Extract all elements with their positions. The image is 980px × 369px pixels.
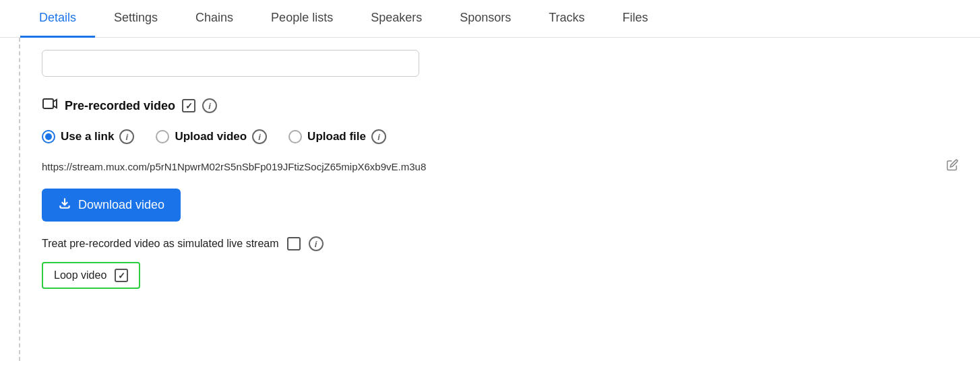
download-video-button[interactable]: Download video [42,189,181,222]
loop-video-checkbox[interactable] [115,269,128,282]
upload-video-radio[interactable] [156,130,169,143]
loop-video-box: Loop video [42,262,140,289]
upload-video-info-icon[interactable]: i [252,129,267,144]
tab-tracks[interactable]: Tracks [530,0,603,38]
tab-details[interactable]: Details [20,0,95,38]
tab-people-lists[interactable]: People lists [252,0,352,38]
search-bar[interactable] [42,50,419,77]
svg-rect-0 [43,99,53,108]
upload-video-label: Upload video [175,130,247,143]
simulated-live-info-icon[interactable]: i [309,236,324,251]
edit-url-icon[interactable] [946,159,958,174]
use-link-info-icon[interactable]: i [119,129,134,144]
tab-chains[interactable]: Chains [177,0,252,38]
simulated-live-row: Treat pre-recorded video as simulated li… [42,236,958,251]
tab-sponsors[interactable]: Sponsors [441,0,530,38]
upload-file-radio[interactable] [288,130,302,143]
upload-file-label: Upload file [307,130,366,143]
upload-video-option[interactable]: Upload video i [156,129,267,144]
main-panel: Pre-recorded video i Use a link i Upload… [20,38,980,361]
download-button-label: Download video [78,198,164,212]
tab-files[interactable]: Files [604,0,667,38]
pre-recorded-info-icon[interactable]: i [202,98,217,113]
simulated-live-checkbox[interactable] [287,237,301,250]
url-row: https://stream.mux.com/p5rN1NpwrM02rS5nS… [42,159,958,174]
upload-file-info-icon[interactable]: i [371,129,386,144]
url-value: https://stream.mux.com/p5rN1NpwrM02rS5nS… [42,161,940,172]
pre-recorded-label: Pre-recorded video [65,99,175,113]
tab-speakers[interactable]: Speakers [352,0,441,38]
video-icon [42,96,58,116]
pre-recorded-checkbox[interactable] [182,99,195,112]
tab-bar: Details Settings Chains People lists Spe… [0,0,980,38]
use-link-option[interactable]: Use a link i [42,129,134,144]
download-icon [58,197,71,213]
tab-settings[interactable]: Settings [95,0,177,38]
left-sidebar [0,38,20,361]
simulated-live-label: Treat pre-recorded video as simulated li… [42,238,279,250]
loop-video-label: Loop video [54,269,106,281]
content-area: Pre-recorded video i Use a link i Upload… [0,38,980,361]
use-link-label: Use a link [61,130,114,143]
upload-file-option[interactable]: Upload file i [288,129,386,144]
use-link-radio[interactable] [42,130,55,143]
pre-recorded-row: Pre-recorded video i [42,96,958,116]
radio-options-row: Use a link i Upload video i Upload file … [42,129,958,144]
